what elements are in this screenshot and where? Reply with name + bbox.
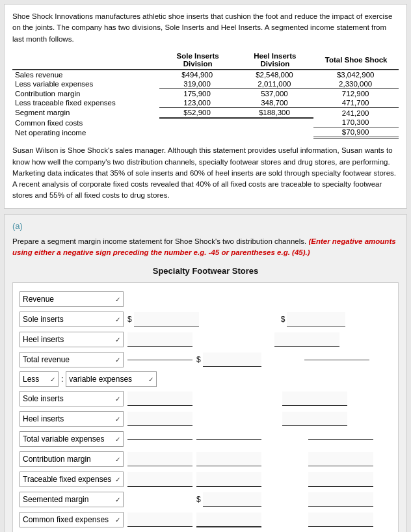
sole-inserts-input-1b[interactable] <box>287 312 345 326</box>
section-title: Specialty Footwear Stores <box>12 266 399 276</box>
heel-inserts-input-1a[interactable] <box>127 332 192 347</box>
sole-inserts-dropdown-1[interactable]: Sole inserts ✓ <box>20 312 124 327</box>
sole-inserts-input-2a[interactable] <box>127 392 192 406</box>
chevron-down-icon: ✓ <box>148 376 153 383</box>
form-area: Revenue ✓ Sole inserts ✓ $ $ <box>12 282 399 532</box>
sole-inserts-row-1: Sole inserts ✓ $ $ <box>20 311 391 328</box>
traceable-row: Traceable fixed expenses ✓ <box>20 471 391 488</box>
sole-inserts-dropdown-2[interactable]: Sole inserts ✓ <box>20 391 124 406</box>
contribution-input-c[interactable] <box>308 452 373 466</box>
total-revenue-row: Total revenue ✓ $ <box>20 351 391 368</box>
total-revenue-dropdown[interactable]: Total revenue ✓ <box>20 352 124 367</box>
less-dropdown[interactable]: Less ✓ <box>20 371 59 387</box>
table-row: Segment margin $52,900 $188,300 241,200 <box>12 107 399 118</box>
traceable-input-b[interactable] <box>196 472 261 486</box>
header-sole: Sole Inserts Division <box>159 51 237 70</box>
chevron-down-icon: ✓ <box>50 376 55 383</box>
chevron-down-icon: ✓ <box>115 316 120 323</box>
header-total: Total Shoe Shock <box>313 51 399 70</box>
traceable-input-a[interactable] <box>127 472 192 486</box>
table-row: Contribution margin 175,900 537,000 712,… <box>12 88 399 98</box>
common-input-b[interactable] <box>196 512 261 527</box>
common-input-c[interactable] <box>308 512 373 527</box>
chevron-down-icon: ✓ <box>115 395 120 403</box>
less-row: Less ✓ : variable expenses ✓ <box>20 371 391 387</box>
total-revenue-input-a[interactable] <box>203 352 261 367</box>
heel-inserts-dropdown-2[interactable]: Heel inserts ✓ <box>20 411 124 427</box>
heel-inserts-row-1: Heel inserts ✓ <box>20 331 391 348</box>
contribution-margin-dropdown[interactable]: Contribution margin ✓ <box>20 451 124 467</box>
chevron-down-icon: ✓ <box>115 296 120 303</box>
contribution-margin-row: Contribution margin ✓ <box>20 451 391 468</box>
dollar-sign: $ <box>127 315 132 324</box>
contribution-input-b[interactable] <box>196 452 261 466</box>
common-input-a[interactable] <box>127 512 192 527</box>
table-row: Sales revenue $494,900 $2,548,000 $3,042… <box>12 70 399 79</box>
sole-inserts-input-2b[interactable] <box>282 392 347 406</box>
table-row: Net operating income $70,900 <box>12 127 399 138</box>
dollar-sign: $ <box>196 355 201 364</box>
revenue-row: Revenue ✓ <box>20 291 391 308</box>
revenue-dropdown[interactable]: Revenue ✓ <box>20 291 124 307</box>
chevron-down-icon: ✓ <box>115 516 120 524</box>
table-row: Less variable expenses 319,000 2,011,000… <box>12 79 399 89</box>
header-heel: Heel Inserts Division <box>237 51 314 70</box>
segment-margin-dropdown[interactable]: Seemented margin ✓ <box>20 492 124 507</box>
heel-inserts-input-2b[interactable] <box>282 412 347 426</box>
chevron-down-icon: ✓ <box>115 496 120 503</box>
common-fixed-dropdown[interactable]: Common fixed expenses ✓ <box>20 512 124 527</box>
heel-inserts-dropdown-1[interactable]: Heel inserts ✓ <box>20 332 124 347</box>
traceable-input-c[interactable] <box>308 472 373 486</box>
dollar-sign: $ <box>196 495 201 504</box>
table-row: Less traceable fixed expenses 123,000 34… <box>12 98 399 108</box>
chevron-down-icon: ✓ <box>115 456 120 463</box>
heel-inserts-input-1b[interactable] <box>274 332 339 347</box>
traceable-dropdown[interactable]: Traceable fixed expenses ✓ <box>20 472 124 487</box>
table-row: Common fixed costs 170,300 <box>12 118 399 127</box>
segment-input-b[interactable] <box>308 492 373 507</box>
part-label: (a) <box>12 221 399 231</box>
heel-inserts-input-2a[interactable] <box>127 412 192 426</box>
total-variable-dropdown[interactable]: Total variable expenses ✓ <box>20 431 124 447</box>
heel-inserts-row-2: Heel inserts ✓ <box>20 410 391 427</box>
instructions: Prepare a segment margin income statemen… <box>12 236 399 259</box>
sole-inserts-row-2: Sole inserts ✓ <box>20 390 391 407</box>
chevron-down-icon: ✓ <box>115 356 120 364</box>
chevron-down-icon: ✓ <box>115 436 120 443</box>
segment-input-a[interactable] <box>203 492 261 507</box>
chevron-down-icon: ✓ <box>115 476 120 483</box>
chevron-down-icon: ✓ <box>115 336 120 343</box>
total-variable-row: Total variable expenses ✓ <box>20 431 391 447</box>
common-fixed-row: Common fixed expenses ✓ <box>20 511 391 528</box>
variable-expenses-dropdown[interactable]: variable expenses ✓ <box>66 371 157 387</box>
colon: : <box>61 375 63 384</box>
segment-margin-row: Seemented margin ✓ $ <box>20 491 391 508</box>
dollar-sign: $ <box>281 315 285 324</box>
intro-text: Shoe Shock Innovations manufactures athl… <box>12 11 399 45</box>
income-table: Sole Inserts Division Heel Inserts Divis… <box>12 51 399 139</box>
sole-inserts-input-1a[interactable] <box>134 312 199 326</box>
contribution-input-a[interactable] <box>127 452 192 466</box>
chevron-down-icon: ✓ <box>115 416 120 423</box>
second-text: Susan Wilson is Shoe Shock's sales manag… <box>12 145 399 201</box>
